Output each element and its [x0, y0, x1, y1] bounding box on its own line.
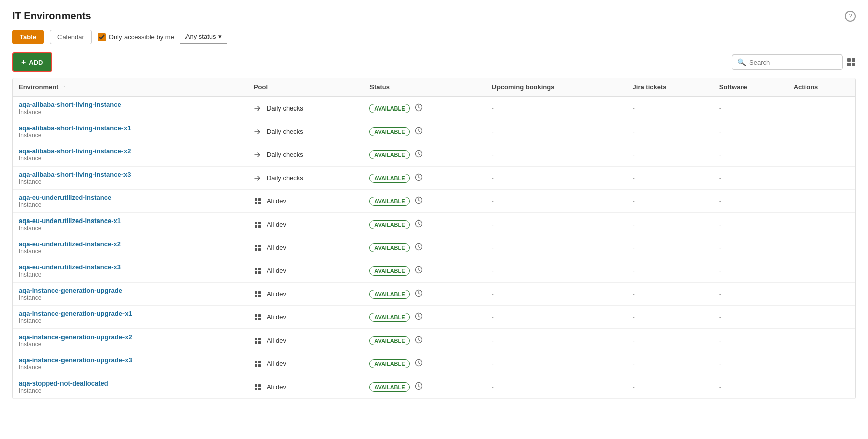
- clock-icon[interactable]: [415, 312, 423, 322]
- env-name-link[interactable]: aqa-instance-generation-upgrade: [19, 287, 241, 294]
- clock-icon[interactable]: [415, 127, 423, 136]
- grid-view-icon[interactable]: [847, 58, 856, 67]
- pool-cell: Daily checks: [247, 120, 363, 143]
- upcoming-bookings-cell: -: [486, 213, 627, 236]
- env-cell: aqa-eu-underutilized-instance-x3 Instanc…: [13, 259, 247, 283]
- col-actions: Actions: [788, 78, 855, 96]
- env-name-link[interactable]: aqa-instance-generation-upgrade-x3: [19, 356, 241, 364]
- clock-icon[interactable]: [415, 289, 423, 299]
- svg-rect-28: [255, 291, 257, 294]
- pool-name: Ali dev: [267, 383, 286, 391]
- svg-rect-46: [258, 364, 261, 367]
- actions-cell: [788, 329, 855, 352]
- software-cell: -: [713, 259, 788, 283]
- svg-rect-10: [255, 202, 257, 204]
- status-cell: AVAILABLE: [363, 96, 485, 120]
- status-badge: AVAILABLE: [369, 359, 409, 368]
- col-environment[interactable]: Environment ↑: [13, 78, 247, 96]
- status-cell: AVAILABLE: [363, 283, 485, 306]
- col-pool: Pool: [247, 78, 363, 96]
- clock-icon[interactable]: [415, 173, 423, 183]
- col-upcoming-bookings: Upcoming bookings: [486, 78, 627, 96]
- env-type: Instance: [19, 132, 241, 139]
- clock-icon[interactable]: [415, 103, 423, 113]
- svg-rect-51: [258, 388, 261, 390]
- env-name-link[interactable]: aqa-alibaba-short-living-instance: [19, 101, 241, 108]
- table-row: aqa-alibaba-short-living-instance-x1 Ins…: [13, 120, 855, 143]
- svg-rect-13: [255, 222, 257, 224]
- clock-icon[interactable]: [415, 196, 423, 206]
- svg-rect-38: [255, 338, 257, 340]
- pool-name: Daily checks: [267, 151, 303, 158]
- clock-icon[interactable]: [415, 243, 423, 252]
- svg-rect-41: [258, 341, 261, 344]
- upcoming-bookings-cell: -: [486, 167, 627, 190]
- jira-tickets-cell: -: [627, 259, 713, 283]
- accessible-checkbox[interactable]: [98, 33, 106, 41]
- env-cell: aqa-alibaba-short-living-instance-x3 Ins…: [13, 167, 247, 190]
- tab-calendar[interactable]: Calendar: [50, 30, 92, 44]
- svg-rect-1: [852, 58, 855, 62]
- status-cell: AVAILABLE: [363, 213, 485, 236]
- clock-icon[interactable]: [415, 382, 423, 392]
- tab-table[interactable]: Table: [12, 30, 44, 44]
- clock-icon[interactable]: [415, 150, 423, 159]
- clock-icon[interactable]: [415, 266, 423, 276]
- add-button[interactable]: + ADD: [12, 52, 52, 72]
- upcoming-bookings-cell: -: [486, 236, 627, 259]
- pool-icon: [254, 197, 264, 205]
- upcoming-bookings-cell: -: [486, 283, 627, 306]
- pool-cell: Ali dev: [247, 375, 363, 399]
- svg-rect-35: [255, 318, 257, 320]
- environments-table: Environment ↑ Pool Status Upcoming booki…: [13, 78, 855, 399]
- jira-tickets-cell: -: [627, 352, 713, 375]
- status-badge: AVAILABLE: [369, 197, 409, 206]
- pool-cell: Daily checks: [247, 96, 363, 120]
- actions-cell: [788, 167, 855, 190]
- col-jira-tickets: Jira tickets: [627, 78, 713, 96]
- env-name-link[interactable]: aqa-eu-underutilized-instance-x2: [19, 240, 241, 248]
- env-name-link[interactable]: aqa-eu-underutilized-instance-x3: [19, 263, 241, 271]
- env-cell: aqa-instance-generation-upgrade-x2 Insta…: [13, 329, 247, 352]
- pool-icon: [254, 150, 264, 159]
- help-icon[interactable]: ?: [845, 11, 856, 22]
- clock-icon[interactable]: [415, 336, 423, 345]
- env-name-link[interactable]: aqa-alibaba-short-living-instance-x1: [19, 124, 241, 132]
- software-cell: -: [713, 306, 788, 329]
- accessible-filter-label[interactable]: Only accessible by me: [98, 33, 174, 41]
- jira-tickets-cell: -: [627, 120, 713, 143]
- svg-rect-16: [258, 225, 261, 228]
- svg-rect-31: [258, 295, 261, 297]
- env-name-link[interactable]: aqa-stopped-not-deallocated: [19, 379, 241, 387]
- env-name-link[interactable]: aqa-instance-generation-upgrade-x2: [19, 333, 241, 341]
- clock-icon[interactable]: [415, 359, 423, 368]
- env-name-link[interactable]: aqa-eu-underutilized-instance: [19, 194, 241, 201]
- action-row: + ADD 🔍: [12, 52, 856, 72]
- jira-tickets-cell: -: [627, 306, 713, 329]
- pool-name: Ali dev: [267, 290, 286, 298]
- env-cell: aqa-instance-generation-upgrade Instance: [13, 283, 247, 306]
- status-badge: AVAILABLE: [369, 243, 409, 252]
- actions-cell: [788, 143, 855, 167]
- pool-cell: Ali dev: [247, 352, 363, 375]
- pool-cell: Daily checks: [247, 143, 363, 167]
- clock-icon[interactable]: [415, 220, 423, 229]
- svg-rect-30: [255, 295, 257, 297]
- pool-icon: [254, 290, 264, 298]
- sort-arrow-icon: ↑: [63, 84, 66, 90]
- svg-rect-18: [255, 245, 257, 247]
- env-cell: aqa-instance-generation-upgrade-x3 Insta…: [13, 352, 247, 375]
- table-header: Environment ↑ Pool Status Upcoming booki…: [13, 78, 855, 96]
- env-name-link[interactable]: aqa-instance-generation-upgrade-x1: [19, 310, 241, 317]
- status-filter-button[interactable]: Any status ▾: [180, 30, 227, 44]
- env-name-link[interactable]: aqa-alibaba-short-living-instance-x2: [19, 147, 241, 155]
- status-badge: AVAILABLE: [369, 127, 409, 136]
- env-name-link[interactable]: aqa-eu-underutilized-instance-x1: [19, 217, 241, 225]
- status-cell: AVAILABLE: [363, 167, 485, 190]
- env-name-link[interactable]: aqa-alibaba-short-living-instance-x3: [19, 171, 241, 178]
- status-cell: AVAILABLE: [363, 375, 485, 399]
- svg-rect-8: [255, 198, 257, 201]
- software-cell: -: [713, 167, 788, 190]
- actions-cell: [788, 190, 855, 213]
- search-input[interactable]: [749, 59, 837, 66]
